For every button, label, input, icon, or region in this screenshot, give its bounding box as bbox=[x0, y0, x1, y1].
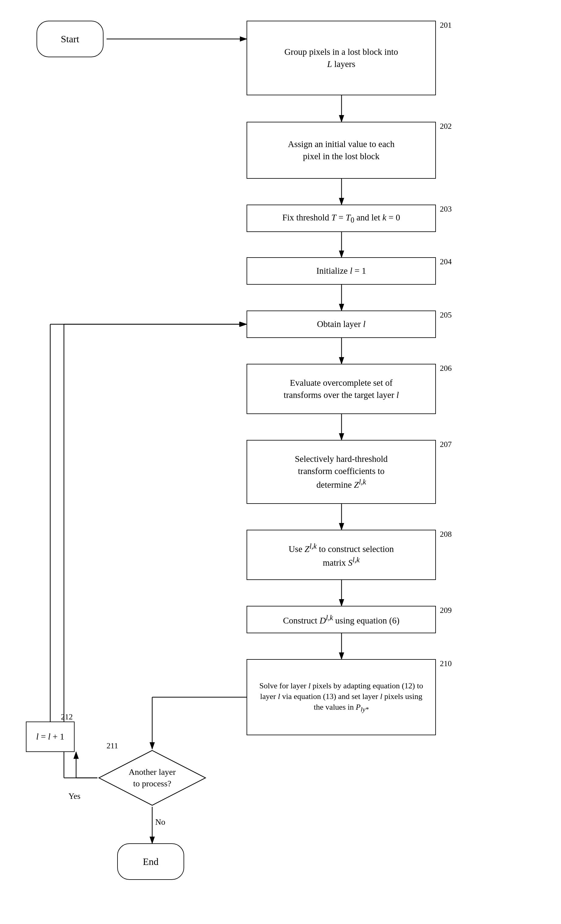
ref-207: 207 bbox=[440, 440, 452, 449]
box-202-label: Assign an initial value to eachpixel in … bbox=[288, 138, 394, 162]
end-label: End bbox=[143, 856, 159, 867]
ref-208: 208 bbox=[440, 530, 452, 539]
yes-label: Yes bbox=[69, 792, 80, 801]
box-205-label: Obtain layer l bbox=[317, 318, 365, 330]
ref-206: 206 bbox=[440, 364, 452, 373]
ref-201: 201 bbox=[440, 21, 452, 30]
ref-209: 209 bbox=[440, 606, 452, 615]
ref-210: 210 bbox=[440, 659, 452, 668]
box-204: Initialize l = 1 bbox=[246, 257, 436, 285]
ref-212: 212 bbox=[61, 712, 73, 722]
diamond-211: Another layerto process? bbox=[98, 749, 207, 807]
no-label: No bbox=[155, 818, 165, 827]
box-207-label: Selectively hard-thresholdtransform coef… bbox=[295, 453, 387, 490]
box-209: Construct Dl,k using equation (6) bbox=[246, 606, 436, 633]
box-203-label: Fix threshold T = T0 and let k = 0 bbox=[282, 212, 400, 225]
end-terminal: End bbox=[117, 843, 184, 880]
ref-205: 205 bbox=[440, 310, 452, 320]
ref-202: 202 bbox=[440, 122, 452, 131]
box-201-label: Group pixels in a lost block intoL layer… bbox=[284, 46, 398, 70]
box-205: Obtain layer l bbox=[246, 310, 436, 338]
flowchart: Start Group pixels in a lost block intoL… bbox=[0, 0, 561, 924]
box-212-label: l = l + 1 bbox=[36, 730, 64, 742]
diamond-211-label: Another layerto process? bbox=[129, 766, 176, 789]
box-206: Evaluate overcomplete set oftransforms o… bbox=[246, 364, 436, 414]
box-202: Assign an initial value to eachpixel in … bbox=[246, 122, 436, 179]
box-208-label: Use Zl,k to construct selectionmatrix Sl… bbox=[289, 541, 394, 569]
start-label: Start bbox=[61, 33, 79, 45]
box-208: Use Zl,k to construct selectionmatrix Sl… bbox=[246, 530, 436, 580]
box-203: Fix threshold T = T0 and let k = 0 bbox=[246, 205, 436, 232]
box-204-label: Initialize l = 1 bbox=[316, 265, 366, 277]
box-210-label: Solve for layer l pixels by adapting equ… bbox=[260, 681, 423, 714]
box-210: Solve for layer l pixels by adapting equ… bbox=[246, 659, 436, 735]
box-209-label: Construct Dl,k using equation (6) bbox=[283, 613, 400, 627]
start-terminal: Start bbox=[36, 21, 104, 57]
box-206-label: Evaluate overcomplete set oftransforms o… bbox=[284, 377, 399, 400]
box-207: Selectively hard-thresholdtransform coef… bbox=[246, 440, 436, 504]
ref-211: 211 bbox=[106, 741, 118, 750]
ref-204: 204 bbox=[440, 257, 452, 266]
box-212: l = l + 1 bbox=[26, 722, 75, 752]
box-201: Group pixels in a lost block intoL layer… bbox=[246, 21, 436, 95]
ref-203: 203 bbox=[440, 205, 452, 214]
